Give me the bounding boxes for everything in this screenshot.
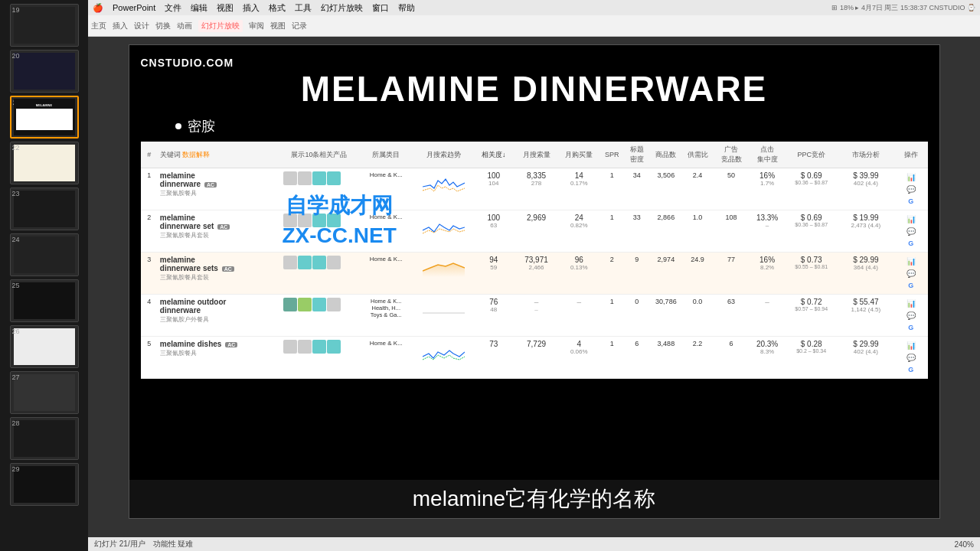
slide-thumb-19[interactable]: 19 (10, 4, 79, 47)
toolbar-design[interactable]: 设计 (134, 21, 149, 31)
subtitle-bar: melamine它有化学的名称 (129, 480, 939, 518)
menu-edit[interactable]: 编辑 (191, 2, 207, 14)
bar-chart-icon[interactable]: 📊 (906, 214, 916, 224)
header-market: 市场分析 (838, 142, 894, 168)
table-row: 1 melaminedinnerware AC 三聚氰胺餐具 Home & K.… (141, 168, 928, 210)
slide-thumb-26[interactable]: 26 (10, 325, 79, 368)
category-text: 密胺 (188, 117, 215, 135)
slide-panel: 19 20 21 MELAMINE 22 23 24 25 26 27 28 (0, 0, 88, 551)
bullet-point (175, 123, 181, 129)
google-icon[interactable]: G (906, 280, 916, 291)
toolbar-record[interactable]: 记录 (292, 21, 307, 31)
row-supply: 0.0 (682, 295, 714, 337)
comment-icon[interactable]: 💬 (906, 268, 916, 279)
slide-thumb-22[interactable]: 22 (10, 142, 79, 184)
slide-thumb-28[interactable]: 28 (10, 417, 79, 460)
row-ad-count: 6 (714, 337, 750, 379)
row-category: Home & K... (358, 253, 414, 295)
slide-thumb-25[interactable]: 25 (10, 279, 79, 322)
header-ad-compete: 广告竞品数 (714, 142, 750, 168)
slide-thumb-23[interactable]: 23 (10, 187, 79, 230)
header-ppc: PPC竞价 (786, 142, 838, 168)
row-action[interactable]: 📊 💬 G (894, 295, 928, 337)
statusbar: 幻灯片 21/用户 功能性 疑难 240% (88, 537, 980, 551)
category-label: 密胺 (175, 117, 939, 135)
menu-insert[interactable]: 插入 (243, 2, 260, 14)
slide-thumb-21[interactable]: 21 MELAMINE (10, 96, 79, 139)
row-action[interactable]: 📊 💬 G (894, 210, 928, 253)
toolbar-slideshow[interactable]: 幻灯片放映 (198, 20, 243, 32)
menu-apple[interactable]: 🍎 (93, 3, 103, 13)
row-trend-chart (414, 337, 472, 379)
row-spr: 1 (600, 295, 623, 337)
row-products (281, 210, 358, 253)
row-click: – (750, 295, 786, 337)
row-ad-count: 108 (714, 210, 750, 253)
slide-thumb-27[interactable]: 27 (10, 371, 79, 414)
row-monthly-buy: 4 0.06% (557, 337, 600, 379)
header-num: # (141, 142, 158, 168)
row-spr: 1 (600, 168, 623, 210)
row-category: Home & K... (358, 337, 414, 379)
row-relevance: 94 59 (472, 253, 515, 295)
row-market: $ 55.47 1,142 (4.5) (838, 295, 894, 337)
menu-slide[interactable]: 幻灯片放映 (321, 2, 363, 14)
table-row: 2 melaminedinnerware set AC 三聚氰胺餐具套装 Hom… (141, 210, 928, 253)
header-relevance[interactable]: 相关度↓ (472, 142, 515, 168)
row-title-density: 6 (623, 337, 650, 379)
google-icon[interactable]: G (906, 196, 916, 207)
toolbar-home[interactable]: 主页 (91, 21, 106, 31)
row-ad-count: 63 (714, 295, 750, 337)
bar-chart-icon[interactable]: 📊 (906, 340, 916, 350)
toolbar-insert[interactable]: 插入 (113, 21, 128, 31)
google-icon[interactable]: G (906, 322, 916, 333)
header-buy: 月购买量 (557, 142, 600, 168)
comment-icon[interactable]: 💬 (906, 310, 916, 321)
row-relevance: 76 48 (472, 295, 515, 337)
comment-icon[interactable]: 💬 (906, 184, 916, 194)
row-monthly-buy: 96 0.13% (557, 253, 600, 295)
toolbar-review[interactable]: 审阅 (249, 21, 264, 31)
bar-chart-icon[interactable]: 📊 (906, 171, 916, 182)
row-action[interactable]: 📊 💬 G (894, 337, 928, 379)
google-icon[interactable]: G (906, 238, 916, 249)
slide-thumb-24[interactable]: 24 (10, 233, 79, 276)
toolbar-animations[interactable]: 动画 (177, 21, 192, 31)
menu-view[interactable]: 视图 (217, 2, 234, 14)
google-icon[interactable]: G (906, 364, 916, 375)
menu-format[interactable]: 格式 (269, 2, 286, 14)
toolbar-transitions[interactable]: 切换 (155, 21, 171, 31)
zoom-level: 240% (954, 540, 974, 549)
row-category: Home & K... (358, 168, 414, 210)
slide-area: CNSTUDIO.COM MELAMINE DINNERWARE 密胺 # 关键… (88, 37, 980, 537)
header-title-density: 标题密度 (623, 142, 650, 168)
row-click: 20.3% 8.3% (750, 337, 786, 379)
row-supply: 1.0 (682, 210, 714, 253)
row-num: 1 (141, 168, 158, 210)
row-ppc: $ 0.28 $0.2 – $0.34 (786, 337, 838, 379)
header-spr: SPR (600, 142, 623, 168)
row-action[interactable]: 📊 💬 G (894, 253, 928, 295)
row-action[interactable]: 📊 💬 G (894, 168, 928, 210)
menu-help[interactable]: 帮助 (398, 2, 415, 14)
slide-thumb-29[interactable]: 29 (10, 463, 79, 506)
header-action: 操作 (894, 142, 928, 168)
menu-powerpoint[interactable]: PowerPoint (113, 3, 155, 12)
comment-icon[interactable]: 💬 (906, 352, 916, 363)
bar-chart-icon[interactable]: 📊 (906, 298, 916, 308)
row-num: 5 (141, 337, 158, 379)
menu-window[interactable]: 窗口 (372, 2, 389, 14)
slide-thumb-20[interactable]: 20 (10, 50, 79, 93)
row-brands: 3,488 (650, 337, 682, 379)
row-click: 16% 8.2% (750, 253, 786, 295)
row-monthly-search: 8,335 278 (515, 168, 558, 210)
header-keyword[interactable]: 关键词 数据解释 (158, 142, 281, 168)
toolbar-view[interactable]: 视图 (270, 21, 286, 31)
row-trend-chart (414, 168, 472, 210)
row-supply: 2.2 (682, 337, 714, 379)
row-monthly-search: – – (515, 295, 558, 337)
menu-file[interactable]: 文件 (165, 2, 181, 14)
bar-chart-icon[interactable]: 📊 (906, 256, 916, 266)
menu-tools[interactable]: 工具 (295, 2, 312, 14)
comment-icon[interactable]: 💬 (906, 226, 916, 236)
